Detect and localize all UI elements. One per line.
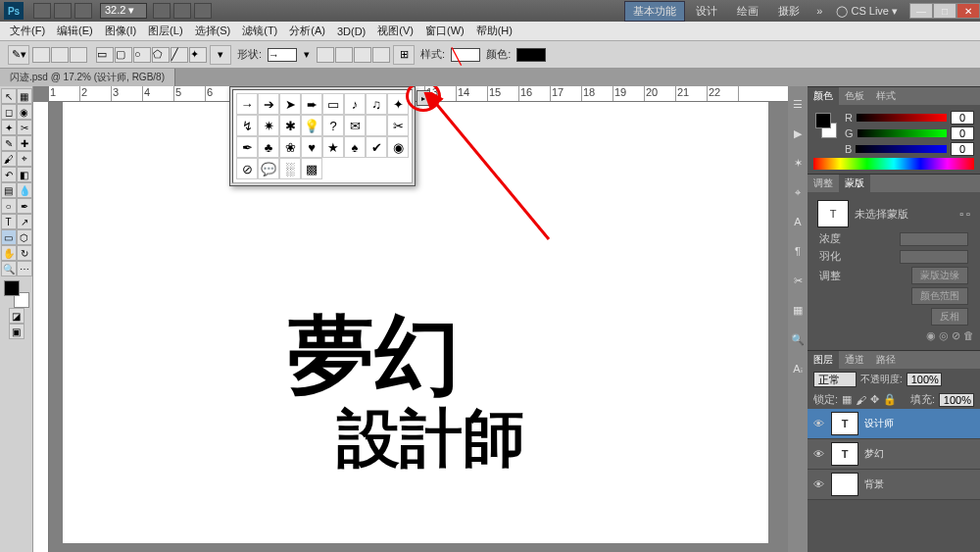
mask-thumbnail[interactable]: T — [817, 200, 849, 227]
g-value[interactable]: 0 — [951, 126, 974, 140]
mb-icon[interactable] — [54, 3, 72, 19]
shape-preset-26[interactable]: ░ — [279, 158, 301, 179]
maximize-button[interactable]: □ — [933, 3, 956, 19]
ellipse-icon[interactable]: ○ — [133, 47, 151, 63]
spectrum-bar[interactable] — [813, 158, 974, 170]
artboard-tool[interactable]: ▦ — [17, 88, 32, 104]
move-tool[interactable]: ↖ — [1, 88, 17, 104]
clone-panel-icon[interactable]: ⌖ — [790, 184, 806, 200]
r-value[interactable]: 0 — [951, 111, 974, 125]
shape-preset-4[interactable]: ▭ — [322, 93, 344, 115]
brush-tool[interactable]: 🖌 — [1, 151, 17, 167]
shape-preset-23[interactable]: ◉ — [387, 136, 409, 158]
fill-pixels-icon[interactable] — [70, 47, 87, 63]
pen-tool[interactable]: ✒ — [17, 198, 32, 214]
menu-help[interactable]: 帮助(H) — [472, 22, 516, 40]
rect-icon[interactable]: ▭ — [96, 47, 114, 63]
dodge-tool[interactable]: ○ — [1, 198, 17, 214]
arrange-icon[interactable] — [173, 3, 191, 19]
intersect-icon[interactable] — [354, 47, 371, 63]
shape-preset-12[interactable]: ? — [322, 115, 344, 136]
menu-image[interactable]: 图像(I) — [101, 22, 140, 40]
invert-button[interactable]: 反相 — [931, 308, 968, 326]
brush-panel-icon[interactable]: ✶ — [790, 155, 806, 171]
custom-shape-icon[interactable]: ✦ — [189, 47, 207, 63]
shape-layers-icon[interactable] — [32, 47, 50, 63]
menu-file[interactable]: 文件(F) — [6, 22, 49, 40]
marquee-tool[interactable]: ◻ — [1, 104, 17, 120]
shape-preset-10[interactable]: ✱ — [279, 115, 301, 136]
eraser-tool[interactable]: ◧ — [17, 167, 32, 182]
shape-preset-6[interactable]: ♫ — [366, 93, 387, 115]
tab-adjust[interactable]: 调整 — [808, 175, 839, 192]
blur-tool[interactable]: 💧 — [17, 182, 32, 198]
exclude-icon[interactable] — [372, 47, 390, 63]
menu-analysis[interactable]: 分析(A) — [285, 22, 329, 40]
menu-view[interactable]: 视图(V) — [373, 22, 417, 40]
shape-preset-5[interactable]: ♪ — [344, 93, 366, 115]
shape-options[interactable]: ▾ — [210, 45, 231, 65]
shape-preset-24[interactable]: ⊘ — [236, 158, 258, 179]
shape-preset-15[interactable]: ✂ — [387, 115, 409, 136]
workspace-painting[interactable]: 绘画 — [728, 1, 767, 22]
view-icon[interactable] — [74, 3, 92, 19]
feather-input[interactable] — [900, 250, 968, 264]
eye-icon[interactable]: 👁 — [813, 418, 825, 429]
3d-tool[interactable]: ⬡ — [17, 229, 32, 245]
wand-tool[interactable]: ✦ — [1, 120, 17, 135]
hand-icon[interactable] — [153, 3, 171, 19]
shape-preset-2[interactable]: ➤ — [279, 93, 301, 115]
shape-preset-9[interactable]: ✷ — [258, 115, 279, 136]
workspace-more[interactable]: » — [810, 5, 828, 17]
path-tool[interactable]: ↗ — [17, 214, 32, 229]
shape-picker-menu-button[interactable]: ▸ — [416, 90, 430, 106]
nav-panel-icon[interactable]: 🔍 — [790, 331, 806, 347]
shape-preset-27[interactable]: ▩ — [301, 158, 322, 179]
shape-preset-16[interactable]: ✒ — [236, 136, 258, 158]
menu-layer[interactable]: 图层(L) — [144, 22, 186, 40]
shape-preset-3[interactable]: ➨ — [301, 93, 322, 115]
shape-preset-7[interactable]: ✦ — [387, 93, 409, 115]
paths-icon[interactable] — [51, 47, 69, 63]
shape-preset-20[interactable]: ★ — [322, 136, 344, 158]
line-icon[interactable]: ╱ — [171, 47, 188, 63]
subtract-icon[interactable] — [335, 47, 353, 63]
layer-row-0[interactable]: 👁T设计师 — [808, 409, 980, 439]
color-swatch[interactable] — [516, 48, 546, 62]
tab-color[interactable]: 颜色 — [808, 87, 839, 105]
color-range-button[interactable]: 颜色范围 — [911, 287, 968, 305]
para-panel-icon[interactable]: ¶ — [790, 243, 806, 259]
shape-preset-14[interactable] — [366, 115, 387, 136]
document-tab[interactable]: 闪迹.psd @ 17.2% (设计师, RGB/8) — [0, 69, 175, 86]
gradient-tool[interactable]: ▤ — [1, 182, 17, 198]
lock-paint-icon[interactable]: 🖌 — [856, 394, 866, 406]
polygon-icon[interactable]: ⬠ — [152, 47, 170, 63]
workspace-design[interactable]: 设计 — [687, 1, 726, 22]
canvas[interactable]: 夢幻 設計師 — [63, 102, 768, 543]
tab-channels[interactable]: 通道 — [839, 351, 870, 369]
workspace-photo[interactable]: 摄影 — [769, 1, 808, 22]
lock-trans-icon[interactable]: ▦ — [842, 393, 852, 406]
b-value[interactable]: 0 — [951, 142, 974, 156]
color-fgbg[interactable] — [813, 113, 839, 138]
tab-swatches[interactable]: 色板 — [839, 87, 870, 105]
minimize-button[interactable]: — — [909, 3, 933, 19]
layer-row-1[interactable]: 👁T梦幻 — [808, 439, 980, 470]
shape-preset-11[interactable]: 💡 — [301, 115, 322, 136]
opacity-value[interactable]: 100% — [906, 373, 942, 386]
zoom-select[interactable]: 32.2 ▾ — [100, 3, 147, 19]
tab-mask[interactable]: 蒙版 — [839, 175, 870, 192]
workspace-essentials[interactable]: 基本功能 — [624, 1, 685, 22]
menu-3d[interactable]: 3D(D) — [333, 24, 369, 39]
eye-icon[interactable]: 👁 — [813, 448, 825, 460]
char-panel-icon[interactable]: A — [790, 214, 806, 229]
cs-live[interactable]: ◯ CS Live ▾ — [830, 5, 904, 18]
lock-pos-icon[interactable]: ✥ — [870, 393, 879, 406]
zoom-tool[interactable]: 🔍 — [1, 261, 17, 276]
tools-panel-icon[interactable]: ✂ — [790, 273, 806, 288]
history-tool[interactable]: ↶ — [1, 167, 17, 182]
screenmode-tool[interactable]: ▣ — [9, 324, 24, 339]
combine-icon[interactable] — [317, 47, 334, 63]
fill-value[interactable]: 100% — [939, 393, 974, 407]
glyph-panel-icon[interactable]: Aᵢ — [790, 361, 806, 376]
